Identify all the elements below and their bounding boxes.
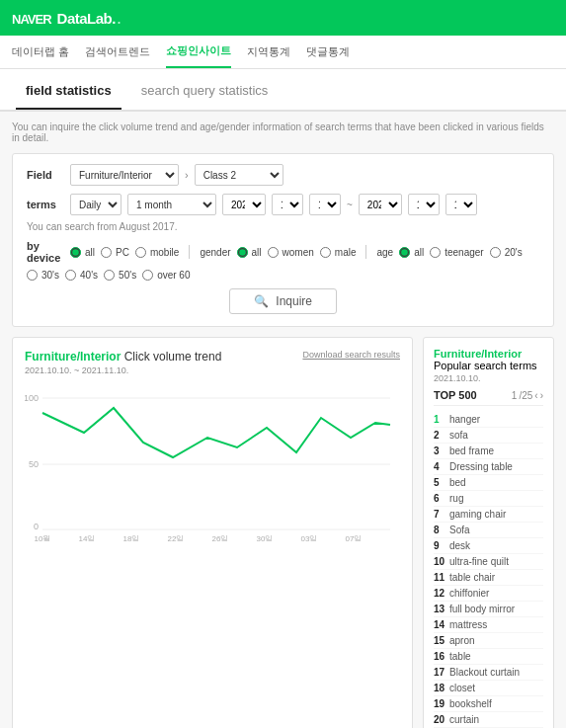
search-hint: You can search from August 2017.: [27, 221, 178, 232]
rank-term[interactable]: gaming chair: [449, 509, 506, 520]
year-end[interactable]: 2021: [359, 194, 402, 215]
age-40s-radio[interactable]: [65, 270, 76, 281]
day-start[interactable]: 10: [309, 194, 341, 215]
rank-term[interactable]: Blackout curtain: [449, 667, 520, 678]
chart-date: 2021.10.10. ~ 2021.11.10.: [25, 365, 221, 375]
month-end[interactable]: 11: [408, 194, 440, 215]
header: NAVER DataLab. .: [0, 0, 566, 36]
gender-label: gender: [200, 247, 230, 258]
day-end[interactable]: 10: [445, 194, 477, 215]
rank-term[interactable]: Sofa: [449, 525, 470, 535]
rank-term[interactable]: sofa: [449, 430, 468, 441]
top500-header: TOP 500 1 /25 ‹ ›: [434, 389, 543, 406]
line-chart-svg: 100 50 0 10월 10월 14일 18일 22일 26일 30일 03일…: [25, 383, 400, 541]
filter-terms-row: terms Daily Weekly Monthly 1 month 3 mon…: [27, 194, 539, 232]
rank-item: 16table: [434, 649, 543, 665]
svg-text:10월: 10월: [35, 534, 51, 541]
age-30s-radio[interactable]: [27, 270, 38, 281]
rank-term[interactable]: Dressing table: [449, 461, 513, 472]
nav-comments[interactable]: 댓글통계: [306, 37, 350, 67]
rank-term[interactable]: bookshelf: [449, 698, 492, 709]
age-30s-label: 30's: [41, 270, 59, 281]
nav-trend[interactable]: 검색어트렌드: [85, 37, 150, 67]
gender-all-radio[interactable]: [237, 247, 248, 258]
inquire-button[interactable]: 🔍 Inquire: [229, 288, 337, 314]
rank-number: 16: [434, 651, 449, 662]
rank-item: 11table chair: [434, 570, 543, 586]
class-select[interactable]: Class 2: [195, 164, 283, 186]
age-teen-radio[interactable]: [430, 247, 441, 258]
age-all-radio[interactable]: [399, 247, 410, 258]
svg-text:50: 50: [29, 459, 39, 469]
rank-item: 13full body mirror: [434, 602, 543, 617]
next-page-button[interactable]: ›: [540, 390, 543, 401]
tab-field-statistics[interactable]: field statistics: [16, 69, 121, 110]
age-over60-group: over 60: [142, 270, 190, 281]
rank-term[interactable]: hanger: [449, 414, 480, 425]
nav-shopping[interactable]: 쇼핑인사이트: [166, 36, 231, 68]
age-20s-group: 20's: [490, 247, 523, 258]
year-start[interactable]: 2021: [222, 194, 266, 215]
device-all-group: all: [70, 247, 95, 258]
rank-item: 20curtain: [434, 712, 543, 728]
month-start[interactable]: 10: [272, 194, 303, 215]
nav-home[interactable]: 데이터랩 홈: [12, 37, 69, 67]
age-50s-radio[interactable]: [104, 270, 115, 281]
rank-number: 15: [434, 635, 449, 646]
chart-title: Furniture/Interior Click volume trend: [25, 350, 221, 364]
rank-number: 17: [434, 667, 449, 678]
device-all-radio[interactable]: [70, 247, 81, 258]
rank-number: 7: [434, 509, 449, 520]
svg-text:07일: 07일: [346, 534, 363, 541]
prev-page-button[interactable]: ‹: [534, 390, 537, 401]
tab-search-query[interactable]: search query statistics: [131, 69, 279, 110]
rank-number: 12: [434, 588, 449, 599]
rank-term[interactable]: mattress: [449, 619, 487, 630]
download-link[interactable]: Download search results: [302, 350, 400, 360]
rank-number: 9: [434, 540, 449, 551]
device-all-label: all: [85, 247, 95, 258]
rank-term[interactable]: table: [449, 651, 471, 662]
rank-item: 17Blackout curtain: [434, 665, 543, 681]
rank-term[interactable]: rug: [449, 493, 463, 504]
gender-women-radio[interactable]: [268, 247, 279, 258]
rank-term[interactable]: desk: [449, 540, 470, 551]
rank-term[interactable]: full body mirror: [449, 604, 515, 614]
svg-text:03일: 03일: [301, 534, 318, 541]
rank-item: 18closet: [434, 681, 543, 696]
rank-term[interactable]: table chair: [449, 572, 495, 583]
total-pages: /25: [519, 390, 532, 401]
period-select[interactable]: Daily Weekly Monthly: [70, 194, 121, 215]
rank-term[interactable]: chiffonier: [449, 588, 489, 599]
age-over60-radio[interactable]: [142, 270, 153, 281]
rank-term[interactable]: ultra-fine quilt: [449, 556, 509, 567]
rank-number: 20: [434, 714, 449, 725]
device-mobile-group: mobile: [135, 247, 179, 258]
svg-text:22일: 22일: [168, 534, 185, 541]
svg-text:30일: 30일: [257, 534, 274, 541]
rank-term[interactable]: bed frame: [449, 445, 494, 456]
rank-item: 2sofa: [434, 428, 543, 444]
age-over60-label: over 60: [157, 270, 190, 281]
popular-date: 2021.10.10.: [434, 373, 543, 383]
nav-local[interactable]: 지역통계: [247, 37, 290, 67]
device-pc-radio[interactable]: [101, 247, 112, 258]
range-select[interactable]: 1 month 3 months 1 year Direct input: [127, 194, 216, 215]
rank-term[interactable]: closet: [449, 683, 475, 693]
age-20s-radio[interactable]: [490, 247, 501, 258]
main-content: You can inquire the click volume trend a…: [0, 112, 566, 728]
svg-text:100: 100: [25, 393, 39, 403]
popular-title: Furniture/Interior Popular search terms: [434, 348, 543, 371]
age-all-group: all: [399, 247, 424, 258]
rank-term[interactable]: apron: [449, 635, 475, 646]
rank-term[interactable]: curtain: [449, 714, 479, 725]
gender-women-label: women: [283, 247, 314, 258]
age-20s-label: 20's: [505, 247, 523, 258]
field-select[interactable]: Furniture/Interior: [70, 164, 179, 186]
rank-item: 6rug: [434, 491, 543, 507]
divider2: [365, 245, 366, 259]
device-mobile-radio[interactable]: [135, 247, 146, 258]
rank-term[interactable]: bed: [449, 477, 466, 488]
gender-male-radio[interactable]: [320, 247, 331, 258]
svg-text:14일: 14일: [79, 534, 96, 541]
